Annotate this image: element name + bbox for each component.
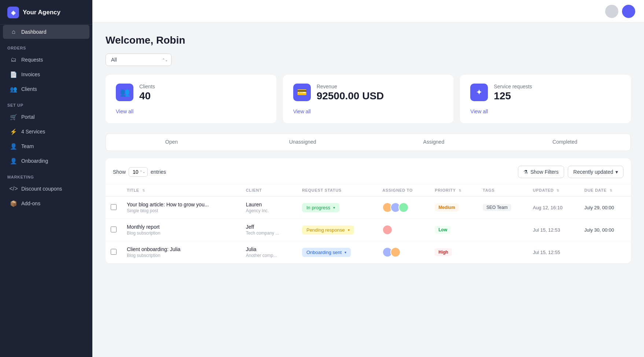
row-status-cell: Onboarding sent ▾ <box>297 241 377 264</box>
revenue-view-all[interactable]: View all <box>293 108 444 114</box>
sidebar-item-services[interactable]: ⚡ 4 Services <box>3 125 89 139</box>
row-checkbox[interactable] <box>111 249 117 255</box>
row-checkbox[interactable] <box>111 204 117 210</box>
service-requests-value: 125 <box>494 90 532 102</box>
priority-badge: Low <box>435 226 451 234</box>
filter-select-wrapper: All Active Inactive <box>106 54 172 66</box>
sort-button[interactable]: Recently updated ▾ <box>568 166 623 178</box>
sidebar-item-requests[interactable]: 🗂 Requests <box>3 53 89 67</box>
sidebar-item-discount[interactable]: </> Discount coupons <box>3 182 89 196</box>
show-filters-button[interactable]: ⚗ Show Filters <box>518 166 564 178</box>
entries-label: entries <box>151 169 166 175</box>
row-client-name: Julia <box>246 246 292 252</box>
show-label: Show <box>113 169 126 175</box>
tab-open[interactable]: Open <box>106 134 237 151</box>
sidebar-item-label: Discount coupons <box>21 186 62 192</box>
team-icon: 👤 <box>10 143 17 150</box>
tab-completed[interactable]: Completed <box>499 134 630 151</box>
row-subtitle: Single blog post <box>127 208 236 213</box>
row-updated-cell: Jul 15, 12:55 <box>528 241 579 264</box>
stat-card-clients: 👥 Clients 40 View all <box>106 75 276 123</box>
sidebar-item-addons[interactable]: 📦 Add-ons <box>3 196 89 210</box>
sidebar-logo-text: Your Agency <box>23 9 60 16</box>
main-area: Welcome, Robin All Active Inactive 👥 Cli… <box>92 0 644 357</box>
avatars-group <box>382 202 424 213</box>
th-client: CLIENT <box>241 184 297 196</box>
sidebar-item-onboarding[interactable]: 👤 Onboarding <box>3 154 89 168</box>
row-assigned-cell <box>377 219 430 241</box>
row-tags-cell: SEO Team <box>478 196 528 219</box>
sidebar-item-label: Dashboard <box>21 29 47 35</box>
row-client-company: Another comp... <box>246 253 292 258</box>
row-client-cell: Jeff Tech company ... <box>241 219 297 241</box>
service-requests-stat-icon: ✦ <box>470 84 488 101</box>
sort-arrows-updated: ⇅ <box>556 189 560 192</box>
row-client-company: Tech company ... <box>246 231 292 236</box>
stat-card-service-requests: ✦ Service requests 125 View all <box>460 75 631 123</box>
avatars-group <box>382 225 424 235</box>
row-tags-cell <box>478 219 528 241</box>
priority-badge: Medium <box>435 203 459 211</box>
avatar <box>382 225 393 235</box>
row-priority-cell: Medium <box>430 196 478 219</box>
status-dropdown-arrow: ▾ <box>345 250 346 254</box>
status-badge[interactable]: Pending response ▾ <box>302 225 354 235</box>
service-requests-view-all[interactable]: View all <box>470 108 621 114</box>
row-due-date: July 29, 00:00 <box>584 205 614 210</box>
requests-icon: 🗂 <box>10 56 17 63</box>
tab-assigned[interactable]: Assigned <box>368 134 500 151</box>
logo-icon: ◈ <box>7 7 19 18</box>
tag-badge: SEO Team <box>483 204 511 211</box>
clients-view-all[interactable]: View all <box>116 108 266 114</box>
filter-select[interactable]: All Active Inactive <box>106 54 172 66</box>
filter-icon: ⚗ <box>523 169 528 175</box>
stats-row: 👥 Clients 40 View all 💳 Revenue 92500.00… <box>106 75 631 123</box>
avatars-group <box>382 247 424 257</box>
row-subtitle: Blog subscription <box>127 253 236 258</box>
sidebar-item-portal[interactable]: 🛒 Portal <box>3 110 89 124</box>
table-row: Client onboarding: Julia Blog subscripti… <box>106 241 631 264</box>
clients-label: Clients <box>139 84 155 89</box>
sidebar-item-label: 4 Services <box>21 129 45 135</box>
entries-select-wrap: 10 25 50 <box>129 167 148 177</box>
sidebar-item-dashboard[interactable]: ⌂ Dashboard <box>3 25 89 39</box>
th-updated: UPDATED ⇅ <box>528 184 579 196</box>
sort-label: Recently updated <box>573 169 613 175</box>
row-status-cell: Pending response ▾ <box>297 219 377 241</box>
row-due-date-cell <box>579 241 631 264</box>
avatar-blue[interactable] <box>622 5 635 18</box>
row-client-name: Lauren <box>246 202 292 207</box>
invoices-icon: 📄 <box>10 71 17 78</box>
sidebar-item-clients[interactable]: 👥 Clients <box>3 82 89 96</box>
status-dropdown-arrow: ▾ <box>333 206 335 210</box>
row-title: Client onboarding: Julia <box>127 246 236 252</box>
row-checkbox[interactable] <box>111 227 117 232</box>
tab-unassigned[interactable]: Unassigned <box>237 134 368 151</box>
dashboard-icon: ⌂ <box>10 29 17 35</box>
row-client-name: Jeff <box>246 224 292 230</box>
sidebar-item-label: Add-ons <box>21 200 40 206</box>
priority-badge: High <box>435 248 452 256</box>
sidebar-item-label: Clients <box>21 86 37 92</box>
sidebar-item-invoices[interactable]: 📄 Invoices <box>3 67 89 81</box>
sidebar-logo[interactable]: ◈ Your Agency <box>0 0 92 25</box>
show-entries: Show 10 25 50 entries <box>113 167 166 177</box>
row-priority-cell: Low <box>430 219 478 241</box>
sidebar-item-label: Requests <box>21 57 43 63</box>
row-updated-cell: Aug 12, 16:10 <box>528 196 579 219</box>
sidebar-item-label: Invoices <box>21 71 40 77</box>
entries-select[interactable]: 10 25 50 <box>129 167 148 177</box>
row-status-cell: In progress ▾ <box>297 196 377 219</box>
discount-icon: </> <box>10 185 17 192</box>
sidebar-item-team[interactable]: 👤 Team <box>3 139 89 153</box>
clients-value: 40 <box>139 90 155 102</box>
status-badge[interactable]: In progress ▾ <box>302 203 339 212</box>
th-request-status: REQUEST STATUS <box>297 184 377 196</box>
sidebar-section-marketing: Marketing <box>0 168 92 181</box>
row-client-company: Agency Inc. <box>246 208 292 213</box>
avatar-gray[interactable] <box>605 5 618 18</box>
row-due-date-cell: July 30, 00:00 <box>579 219 631 241</box>
stat-card-revenue: 💳 Revenue 92500.00 USD View all <box>283 75 454 123</box>
status-badge[interactable]: Onboarding sent ▾ <box>302 248 351 257</box>
table-actions: ⚗ Show Filters Recently updated ▾ <box>518 166 623 178</box>
